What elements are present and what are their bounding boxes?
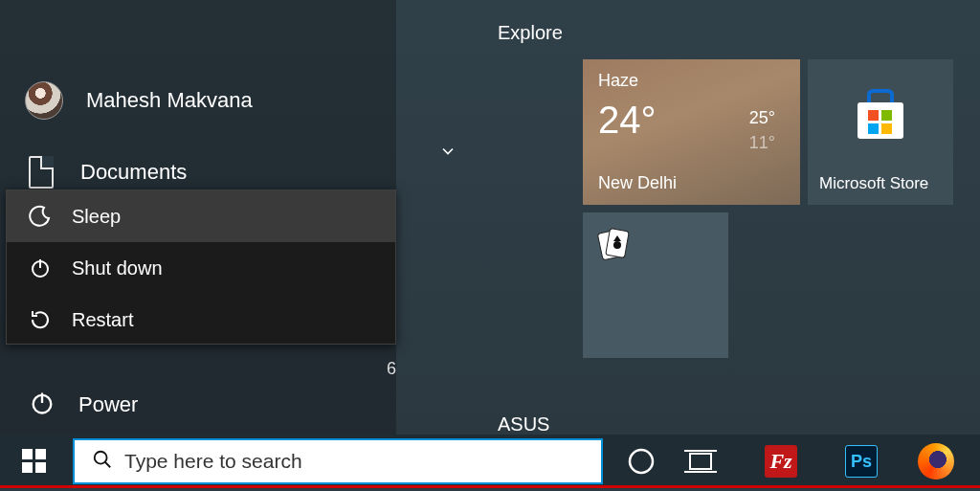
svg-rect-4 (858, 102, 903, 139)
svg-line-16 (105, 462, 111, 468)
sleep-button[interactable]: Sleep (7, 190, 395, 242)
filezilla-icon: Fz (765, 445, 797, 478)
svg-point-15 (95, 452, 107, 464)
task-view-icon (684, 448, 717, 475)
svg-rect-18 (690, 454, 711, 469)
cortana-button[interactable] (614, 435, 668, 488)
svg-rect-8 (881, 123, 892, 134)
task-view-button[interactable] (674, 435, 727, 488)
search-placeholder: Type here to search (124, 450, 302, 473)
search-icon (92, 449, 113, 474)
store-icon (852, 89, 909, 146)
svg-rect-5 (868, 110, 879, 121)
restart-icon (28, 307, 53, 332)
svg-rect-7 (868, 123, 879, 134)
firefox-icon (918, 443, 954, 480)
svg-rect-6 (881, 110, 892, 121)
solitaire-tile[interactable] (583, 212, 728, 358)
list-index-fragment: 6 (387, 359, 396, 379)
shutdown-button[interactable]: Shut down (7, 242, 395, 294)
avatar (25, 81, 63, 120)
playing-cards-icon (596, 226, 631, 260)
firefox-taskbar-button[interactable] (909, 435, 963, 488)
power-icon (28, 256, 53, 280)
taskbar: Type here to search Fz Ps (0, 435, 980, 488)
user-name-label: Mahesh Makvana (86, 88, 253, 113)
tile-group-asus[interactable]: ASUS (498, 413, 549, 435)
photoshop-icon: Ps (845, 445, 878, 478)
weather-tile[interactable]: Haze 24° 25° 11° New Delhi (583, 59, 800, 205)
power-label: Power (78, 392, 138, 417)
start-button[interactable] (0, 435, 69, 488)
restart-label: Restart (72, 309, 133, 331)
windows-logo-icon (22, 449, 47, 474)
weather-city: New Delhi (598, 173, 677, 193)
user-account-button[interactable]: Mahesh Makvana (6, 77, 389, 124)
document-icon (29, 156, 54, 189)
documents-label: Documents (80, 160, 187, 185)
restart-button[interactable]: Restart (7, 294, 395, 346)
sleep-label: Sleep (72, 206, 121, 228)
tile-group-explore[interactable]: Explore (498, 22, 563, 44)
svg-rect-13 (22, 462, 33, 473)
power-icon (29, 390, 56, 420)
store-tile-label: Microsoft Store (819, 174, 928, 193)
svg-rect-14 (35, 462, 46, 473)
weather-high: 25° (749, 105, 775, 130)
chevron-down-icon[interactable] (438, 142, 457, 161)
microsoft-store-tile[interactable]: Microsoft Store (808, 59, 953, 205)
weather-high-low: 25° 11° (749, 105, 775, 155)
svg-point-17 (630, 450, 653, 473)
start-menu-screen: Mahesh Makvana Documents Sleep (0, 0, 980, 491)
weather-condition: Haze (598, 71, 785, 91)
weather-low: 11° (749, 130, 775, 155)
power-submenu: Sleep Shut down Re (6, 190, 396, 345)
moon-icon (28, 204, 53, 229)
start-left-rail: Mahesh Makvana Documents Sleep (0, 0, 396, 435)
cortana-icon (627, 447, 656, 476)
start-menu-panel: Mahesh Makvana Documents Sleep (0, 0, 980, 435)
filezilla-taskbar-button[interactable]: Fz (754, 435, 808, 488)
search-input[interactable]: Type here to search (73, 438, 603, 484)
power-button[interactable]: Power (6, 378, 389, 432)
photoshop-taskbar-button[interactable]: Ps (835, 435, 888, 488)
shutdown-label: Shut down (72, 257, 163, 279)
svg-rect-11 (22, 449, 33, 459)
svg-rect-12 (35, 449, 46, 459)
